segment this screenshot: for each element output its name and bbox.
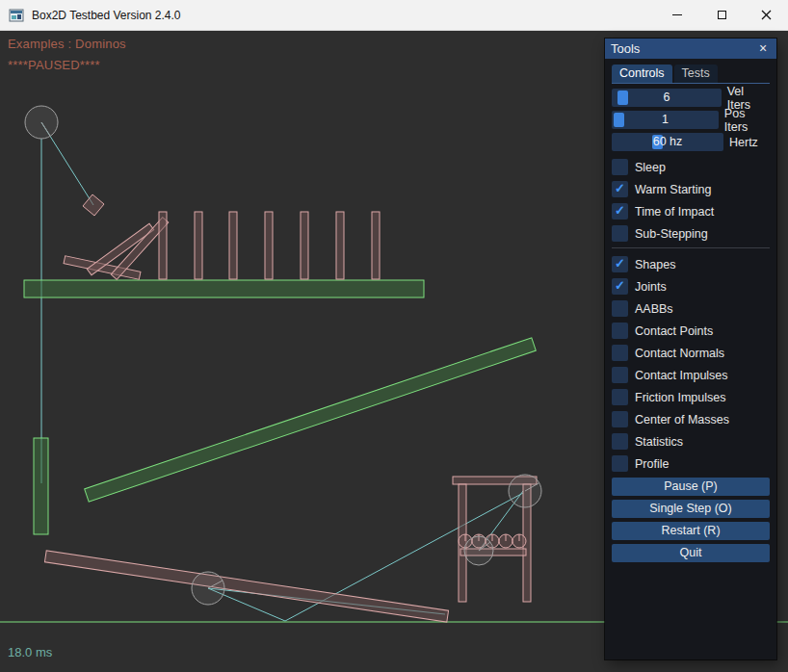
separator	[612, 247, 770, 248]
checkbox-sleep[interactable]: Sleep	[612, 159, 770, 175]
checkbox-warm-starting-label: Warm Starting	[635, 183, 711, 196]
hertz-value: 60 hz	[612, 133, 723, 151]
checkbox-contact-impulses-label: Contact Impulses	[635, 369, 728, 382]
minimize-button[interactable]	[655, 0, 699, 31]
tab-tests[interactable]: Tests	[674, 65, 718, 83]
window-title: Box2D Testbed Version 2.4.0	[32, 9, 181, 22]
restart-button[interactable]: Restart (R)	[612, 522, 770, 540]
vel-iters-row: 6 Vel Iters	[612, 89, 770, 107]
frame-time-label: 18.0 ms	[8, 645, 52, 659]
checkbox-contact-normals[interactable]: Contact Normals	[612, 345, 770, 361]
checkbox-profile-label: Profile	[635, 457, 669, 471]
checkbox-statistics-box	[612, 433, 628, 450]
app-window: Box2D Testbed Version 2.4.0	[0, 0, 788, 672]
checkbox-friction-impulses-box	[612, 389, 628, 405]
tools-titlebar[interactable]: Tools ×	[605, 39, 776, 59]
seesaw-plank	[44, 551, 448, 622]
checkbox-friction-impulses-label: Friction Impulses	[635, 391, 725, 404]
vertical-post	[34, 438, 48, 534]
tools-body: Controls Tests 6 Vel Iters 1 Pos Iters	[605, 59, 776, 562]
tools-window: Tools × Controls Tests 6 Vel Iters 1	[605, 39, 776, 659]
checkbox-aabbs-label: AABBs	[635, 302, 673, 316]
hertz-slider[interactable]: 60 hz	[612, 133, 723, 151]
checkbox-statistics-label: Statistics	[635, 435, 683, 449]
checkbox-shapes[interactable]: ✓ Shapes	[612, 256, 770, 272]
checkbox-center-of-masses[interactable]: Center of Masses	[612, 411, 770, 427]
maximize-icon	[718, 11, 726, 19]
single-step-button[interactable]: Single Step (O)	[612, 500, 770, 518]
checkbox-contact-points[interactable]: Contact Points	[612, 323, 770, 339]
checkbox-aabbs[interactable]: AABBs	[612, 300, 770, 317]
checkbox-warm-starting-box: ✓	[612, 181, 628, 197]
checkbox-center-of-masses-label: Center of Masses	[635, 413, 729, 426]
window-titlebar[interactable]: Box2D Testbed Version 2.4.0	[0, 0, 788, 31]
checkbox-sleep-box	[612, 159, 628, 175]
draw-flags-list: ✓ Shapes ✓ Joints AABBs Contact Points	[612, 256, 770, 472]
checkbox-contact-points-box	[612, 323, 628, 339]
vel-iters-value: 6	[612, 89, 722, 107]
tools-close-icon[interactable]: ×	[755, 41, 771, 57]
pos-iters-label: Pos Iters	[724, 107, 770, 134]
checkbox-aabbs-box	[612, 300, 628, 317]
minimize-icon	[672, 14, 682, 15]
checkbox-center-of-masses-box	[612, 411, 628, 427]
checkbox-time-of-impact-label: Time of Impact	[635, 205, 714, 219]
checkbox-sub-stepping[interactable]: Sub-Stepping	[612, 225, 770, 242]
close-button[interactable]	[744, 0, 788, 31]
checkbox-time-of-impact[interactable]: ✓ Time of Impact	[612, 203, 770, 220]
checkbox-statistics[interactable]: Statistics	[612, 433, 770, 450]
checkbox-contact-normals-box	[612, 345, 628, 361]
pos-iters-slider[interactable]: 1	[612, 111, 719, 129]
sim-flags-list: Sleep ✓ Warm Starting ✓ Time of Impact S…	[612, 159, 770, 242]
checkbox-friction-impulses[interactable]: Friction Impulses	[612, 389, 770, 405]
checkbox-sub-stepping-label: Sub-Stepping	[635, 227, 708, 241]
checkbox-contact-points-label: Contact Points	[635, 324, 713, 338]
app-icon	[9, 8, 24, 23]
tools-tabbar: Controls Tests	[612, 65, 770, 84]
checkbox-shapes-box: ✓	[612, 256, 628, 272]
dynamic-bodies-group	[44, 194, 537, 622]
pos-iters-row: 1 Pos Iters	[612, 111, 770, 129]
close-icon	[761, 10, 772, 20]
checkbox-profile[interactable]: Profile	[612, 455, 770, 472]
checkbox-contact-impulses[interactable]: Contact Impulses	[612, 367, 770, 383]
pause-button[interactable]: Pause (P)	[612, 478, 770, 496]
checkbox-contact-impulses-box	[612, 367, 628, 383]
quit-button[interactable]: Quit	[612, 544, 770, 562]
checkbox-contact-normals-label: Contact Normals	[635, 347, 724, 360]
maximize-button[interactable]	[699, 0, 744, 31]
checkbox-sub-stepping-box	[612, 225, 628, 242]
checkbox-shapes-label: Shapes	[635, 258, 675, 271]
vel-iters-slider[interactable]: 6	[612, 89, 722, 107]
pendulum-box	[83, 194, 104, 216]
checkbox-joints[interactable]: ✓ Joints	[612, 278, 770, 295]
checkbox-warm-starting[interactable]: ✓ Warm Starting	[612, 181, 770, 197]
tools-title: Tools	[611, 41, 640, 56]
pos-iters-value: 1	[612, 111, 719, 129]
checkbox-time-of-impact-box: ✓	[612, 203, 628, 220]
domino-shelf	[24, 280, 424, 297]
action-buttons: Pause (P) Single Step (O) Restart (R) Qu…	[612, 478, 770, 562]
checkbox-profile-box	[612, 455, 628, 472]
checkbox-sleep-label: Sleep	[635, 161, 666, 174]
checkbox-joints-label: Joints	[635, 280, 667, 294]
example-title-label: Examples : Dominos	[8, 37, 126, 51]
paused-label: ****PAUSED****	[8, 58, 100, 72]
tab-controls[interactable]: Controls	[612, 65, 672, 83]
hertz-label: Hertz	[729, 136, 758, 149]
hertz-row: 60 hz Hertz	[612, 133, 770, 151]
window-controls	[655, 0, 788, 31]
checkbox-joints-box: ✓	[612, 278, 628, 295]
